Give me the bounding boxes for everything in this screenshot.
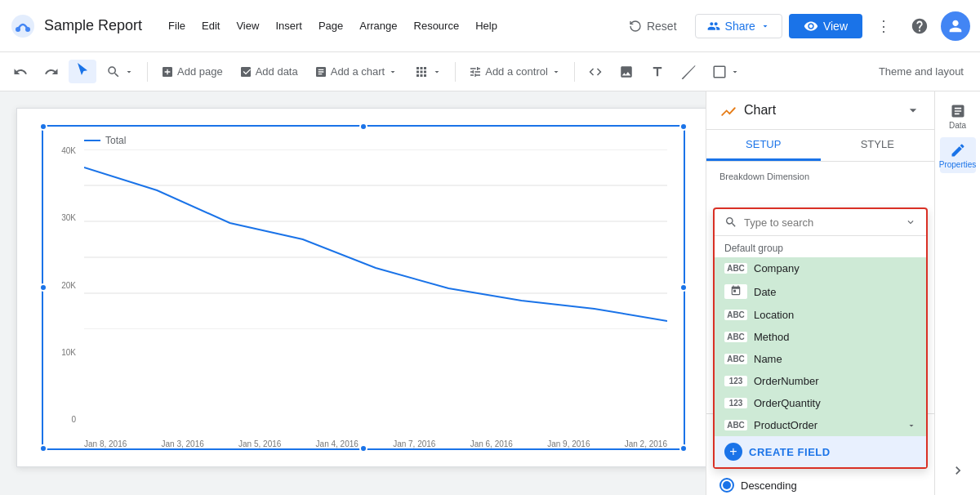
app-logo — [10, 13, 36, 39]
divider-1 — [147, 62, 148, 82]
field-type-location: ABC — [724, 310, 747, 320]
menu-arrange[interactable]: Arrange — [353, 16, 403, 35]
add-control-icon — [469, 65, 482, 78]
canvas-area: Total — [0, 91, 706, 495]
panel-header: Chart — [706, 91, 934, 130]
panel-chevron-icon[interactable] — [905, 102, 921, 118]
y-axis: 40K 30K 20K 10K 0 — [43, 146, 81, 424]
chart-element[interactable]: Total — [42, 125, 685, 450]
panel-content: Breakdown Dimension Default group ABC — [706, 162, 934, 495]
field-orderquantity[interactable]: 123 OrderQuantity — [715, 392, 926, 414]
x-label-7: Jan 2, 2016 — [625, 439, 667, 448]
create-field-label: CREATE FIELD — [749, 446, 831, 458]
field-name-orderquantity: OrderQuantity — [754, 397, 821, 409]
descending-radio[interactable] — [719, 478, 734, 493]
search-icon — [724, 216, 737, 229]
scroll-arrow-icon — [906, 421, 916, 430]
image-button[interactable] — [612, 61, 640, 82]
create-field-button[interactable]: + CREATE FIELD — [715, 436, 926, 467]
add-page-button[interactable]: Add page — [154, 62, 229, 82]
add-chart-button[interactable]: Add a chart — [308, 62, 405, 82]
menu-file[interactable]: File — [162, 16, 192, 35]
zoom-button[interactable] — [100, 61, 140, 82]
shape-button[interactable] — [706, 61, 746, 82]
more-options-button[interactable]: ⋮ — [869, 11, 898, 41]
reset-icon — [629, 20, 642, 33]
legend-line — [84, 140, 100, 141]
data-panel-button[interactable]: Data — [940, 98, 976, 134]
line-icon — [681, 65, 696, 79]
toolbar: Add page Add data Add a chart Add a cont… — [0, 52, 980, 91]
y-label-20k: 20K — [43, 281, 81, 290]
field-company[interactable]: ABC Company — [715, 257, 926, 279]
topbar: Sample Report File Edit View Insert Page… — [0, 0, 980, 52]
x-label-0: Jan 8, 2016 — [84, 439, 127, 448]
help-icon — [911, 17, 929, 35]
x-label-5: Jan 6, 2016 — [470, 439, 513, 448]
tab-style[interactable]: STYLE — [821, 130, 935, 161]
field-type-ordernumber: 123 — [724, 376, 747, 386]
chart-panel-icon — [719, 101, 737, 119]
properties-icon — [950, 142, 966, 158]
y-label-10k: 10K — [43, 348, 81, 357]
user-avatar[interactable] — [941, 11, 970, 41]
field-name-company: Company — [754, 262, 800, 274]
theme-layout-button[interactable]: Theme and layout — [869, 62, 973, 81]
menu-view[interactable]: View — [229, 16, 265, 35]
properties-panel-button[interactable]: Properties — [940, 137, 976, 173]
field-name-row[interactable]: ABC Name — [715, 348, 926, 370]
share-button[interactable]: Share — [695, 14, 782, 38]
field-type-orderquantity: 123 — [724, 398, 747, 408]
chart-svg — [84, 149, 667, 329]
line-button[interactable] — [675, 61, 702, 82]
add-data-button[interactable]: Add data — [233, 62, 305, 82]
zoom-chevron-icon — [124, 67, 134, 77]
create-field-plus-icon: + — [724, 443, 742, 461]
menu-help[interactable]: Help — [469, 16, 504, 35]
image-icon — [619, 65, 634, 79]
descending-row[interactable]: Descending — [719, 475, 921, 495]
x-label-2: Jan 5, 2016 — [238, 439, 281, 448]
share-chevron-icon — [760, 21, 770, 31]
code-button[interactable] — [581, 61, 609, 82]
menu-bar: File Edit View Insert Page Arrange Resou… — [162, 16, 504, 35]
x-axis: Jan 8, 2016 Jan 3, 2016 Jan 5, 2016 Jan … — [84, 439, 667, 448]
chart-inner: Total — [43, 127, 684, 448]
legend-label: Total — [105, 135, 126, 146]
field-productorder[interactable]: ABC ProductOrder — [715, 414, 926, 436]
svg-point-0 — [11, 15, 34, 38]
field-list: ABC Company Date ABC Location — [715, 257, 926, 436]
field-location[interactable]: ABC Location — [715, 304, 926, 326]
reset-button[interactable]: Reset — [617, 15, 688, 38]
field-ordernumber[interactable]: 123 OrderNumber — [715, 370, 926, 392]
menu-insert[interactable]: Insert — [269, 16, 309, 35]
menu-edit[interactable]: Edit — [195, 16, 226, 35]
help-button[interactable] — [905, 11, 934, 41]
field-type-productorder: ABC — [724, 420, 747, 430]
add-data-icon — [239, 65, 252, 78]
cursor-tool[interactable] — [69, 60, 96, 83]
expand-icon — [950, 462, 966, 479]
tab-setup[interactable]: SETUP — [706, 130, 821, 161]
add-more-button[interactable] — [408, 61, 448, 82]
properties-panel-label: Properties — [939, 160, 977, 169]
view-button[interactable]: View — [789, 14, 862, 38]
undo-button[interactable] — [7, 61, 34, 82]
menu-page[interactable]: Page — [312, 16, 350, 35]
text-button[interactable] — [644, 61, 671, 82]
svg-rect-3 — [714, 66, 725, 78]
search-box — [715, 209, 926, 236]
breakdown-dimension-label: Breakdown Dimension — [706, 162, 934, 185]
redo-icon — [44, 65, 59, 79]
panel-title: Chart — [744, 103, 905, 118]
menu-resource[interactable]: Resource — [408, 16, 466, 35]
field-date[interactable]: Date — [715, 279, 926, 304]
expand-button[interactable] — [940, 453, 976, 488]
add-control-button[interactable]: Add a control — [462, 62, 568, 82]
redo-button[interactable] — [38, 61, 65, 82]
field-name-name: Name — [754, 353, 782, 365]
field-type-company: ABC — [724, 263, 747, 274]
field-method[interactable]: ABC Method — [715, 326, 926, 348]
search-input[interactable] — [744, 216, 898, 229]
right-panel: Chart SETUP STYLE Breakdown Dimension — [706, 91, 934, 495]
